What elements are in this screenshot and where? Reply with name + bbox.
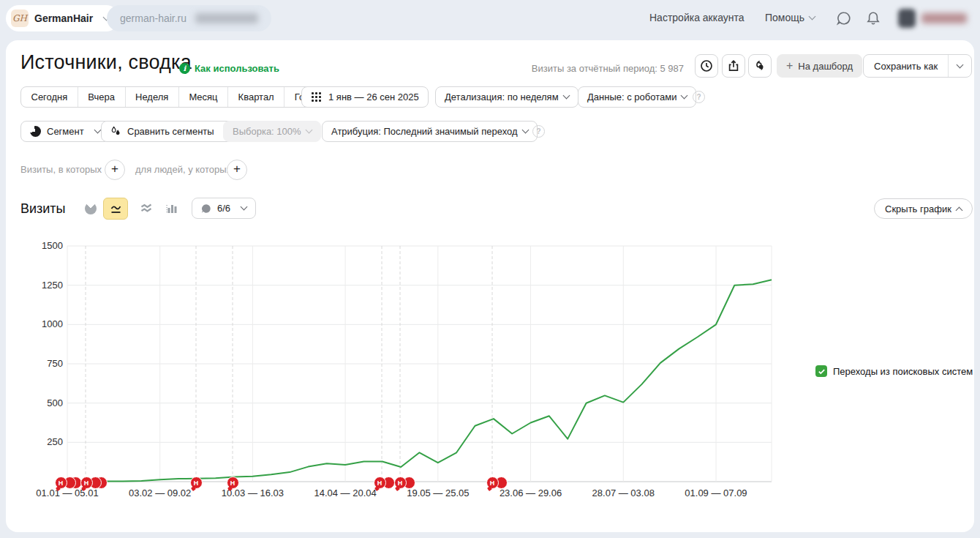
x-tick-label: 19.05 — 25.05 bbox=[391, 487, 486, 498]
y-tick-label: 1500 bbox=[26, 240, 63, 251]
chat-bubble-icon bbox=[837, 11, 851, 26]
attribution-label: Атрибуция: Последний значимый переход bbox=[331, 126, 518, 137]
info-icon: i bbox=[179, 63, 190, 74]
x-tick-label: 10.03 — 16.03 bbox=[205, 487, 300, 498]
x-tick-label: 01.09 — 07.09 bbox=[668, 487, 764, 498]
scheduled-reports-button[interactable] bbox=[695, 54, 718, 78]
date-range-button[interactable]: 1 янв — 26 сен 2025 bbox=[301, 86, 429, 108]
notes-count-dropdown[interactable]: 6/6 bbox=[192, 198, 256, 219]
pie-segment-icon bbox=[30, 126, 41, 137]
date-preset-2[interactable]: Вчера bbox=[78, 87, 126, 107]
chevron-down-icon bbox=[562, 92, 570, 100]
how-to-use[interactable]: i Как использовать bbox=[179, 63, 279, 74]
quotes-icon bbox=[753, 59, 766, 72]
chart-type-bar-button[interactable] bbox=[161, 198, 183, 220]
compare-segments-label: Сравнить сегменты bbox=[127, 126, 214, 137]
note-marker[interactable]: Н bbox=[80, 477, 93, 489]
add-to-dashboard-button[interactable]: + На дашборд bbox=[777, 54, 862, 78]
redacted-tab-text bbox=[195, 13, 258, 23]
hide-chart-button[interactable]: Скрыть график bbox=[874, 198, 973, 219]
site-domain: german-hair.ru bbox=[120, 12, 186, 24]
user-avatar[interactable] bbox=[898, 9, 916, 28]
date-preset-3[interactable]: Неделя bbox=[126, 87, 179, 107]
feedback-button[interactable] bbox=[837, 11, 851, 29]
counter-logo: GH bbox=[11, 10, 29, 27]
y-tick-label: 250 bbox=[26, 436, 63, 447]
detail-label: Детализация: по неделям bbox=[445, 91, 559, 102]
help-menu[interactable]: Помощь bbox=[765, 12, 815, 23]
people-where-label: для людей, у которых bbox=[135, 160, 231, 180]
chevron-down-icon bbox=[957, 61, 964, 69]
chart-type-area-button[interactable] bbox=[135, 198, 157, 220]
save-as-split-button: Сохранить как bbox=[863, 54, 972, 78]
how-to-use-label: Как использовать bbox=[195, 63, 279, 74]
chevron-up-icon bbox=[955, 206, 962, 214]
data-mode-label: Данные: с роботами bbox=[587, 91, 676, 102]
bar-chart-icon bbox=[166, 203, 178, 214]
compare-segments-button[interactable]: Сравнить сегменты bbox=[101, 121, 240, 142]
add-people-condition-button[interactable]: + bbox=[227, 160, 247, 180]
chevron-down-icon bbox=[305, 127, 312, 134]
x-tick-label: 23.06 — 29.06 bbox=[483, 487, 578, 498]
notes-toggle-button[interactable] bbox=[748, 54, 772, 78]
sampling-dropdown: Выборка: 100% bbox=[223, 121, 321, 142]
note-marker[interactable]: Н bbox=[55, 477, 67, 489]
y-tick-label: 500 bbox=[26, 397, 63, 408]
date-preset-4[interactable]: Месяц bbox=[179, 87, 228, 107]
detail-dropdown[interactable]: Детализация: по неделям bbox=[435, 86, 578, 108]
clock-icon bbox=[700, 59, 713, 72]
legend-item-search-traffic[interactable]: Переходы из поисковых систем bbox=[815, 365, 973, 377]
export-icon bbox=[727, 59, 740, 72]
add-visit-condition-button[interactable]: + bbox=[105, 160, 125, 180]
note-bubble-icon bbox=[201, 203, 211, 214]
chevron-down-icon bbox=[241, 203, 248, 211]
data-mode-dropdown[interactable]: Данные: с роботами bbox=[578, 86, 696, 108]
droplets-icon bbox=[110, 126, 121, 137]
area-chart-icon bbox=[140, 203, 153, 214]
line-chart-icon bbox=[110, 203, 122, 214]
export-button[interactable] bbox=[722, 54, 745, 78]
note-marker[interactable]: Н bbox=[190, 477, 203, 489]
site-tab[interactable]: german-hair.ru bbox=[107, 5, 271, 31]
visits-period-counter: Визиты за отчётный период: 5 987 bbox=[532, 63, 684, 74]
date-range-label: 1 янв — 26 сен 2025 bbox=[328, 91, 419, 102]
y-tick-label: 750 bbox=[26, 358, 63, 369]
account-settings-label: Настройка аккаунта bbox=[649, 12, 745, 23]
visits-chart[interactable]: 01.01 — 05.0103.02 — 09.0210.03 — 16.031… bbox=[67, 246, 772, 482]
date-preset-1[interactable]: Сегодня bbox=[21, 87, 78, 107]
save-as-button[interactable]: Сохранить как bbox=[864, 55, 948, 77]
account-settings-link[interactable]: Настройка аккаунта bbox=[649, 12, 745, 23]
help-question-icon[interactable]: ? bbox=[693, 91, 705, 103]
chevron-down-icon bbox=[521, 127, 529, 134]
hide-chart-label: Скрыть график bbox=[885, 203, 951, 214]
date-preset-5[interactable]: Квартал bbox=[228, 87, 284, 107]
pie-chart-icon bbox=[85, 203, 97, 214]
note-marker[interactable]: Н bbox=[486, 477, 499, 489]
chevron-down-icon bbox=[809, 12, 816, 20]
notifications-button[interactable] bbox=[866, 11, 881, 29]
plus-icon: + bbox=[786, 59, 793, 72]
bell-icon bbox=[866, 11, 881, 26]
note-marker[interactable]: Н bbox=[394, 477, 407, 489]
chevron-down-icon bbox=[94, 127, 101, 134]
chart-type-pie-button[interactable] bbox=[80, 198, 102, 220]
save-as-dropdown[interactable] bbox=[948, 55, 971, 77]
line-chart bbox=[67, 246, 772, 482]
counter-switcher[interactable]: GH GermanHair bbox=[6, 5, 119, 31]
legend-label: Переходы из поисковых систем bbox=[833, 366, 973, 377]
notes-count-label: 6/6 bbox=[217, 203, 230, 214]
attribution-dropdown[interactable]: Атрибуция: Последний значимый переход bbox=[322, 121, 538, 142]
chevron-down-icon bbox=[681, 92, 688, 100]
main-card: Источники, сводка i Как использовать Виз… bbox=[6, 40, 974, 532]
page-title: Источники, сводка bbox=[20, 51, 192, 74]
x-tick-label: 01.01 — 05.01 bbox=[20, 487, 115, 498]
help-label: Помощь bbox=[765, 12, 804, 23]
help-question-icon[interactable]: ? bbox=[532, 125, 545, 138]
chart-type-line-button[interactable] bbox=[103, 198, 128, 220]
note-marker[interactable]: Н bbox=[374, 477, 386, 489]
y-tick-label: 1250 bbox=[26, 280, 63, 291]
segment-button[interactable]: Сегмент bbox=[20, 121, 110, 142]
redacted-username bbox=[921, 13, 967, 23]
checkbox-checked-icon[interactable] bbox=[815, 365, 827, 377]
note-marker[interactable]: Н bbox=[227, 477, 239, 489]
